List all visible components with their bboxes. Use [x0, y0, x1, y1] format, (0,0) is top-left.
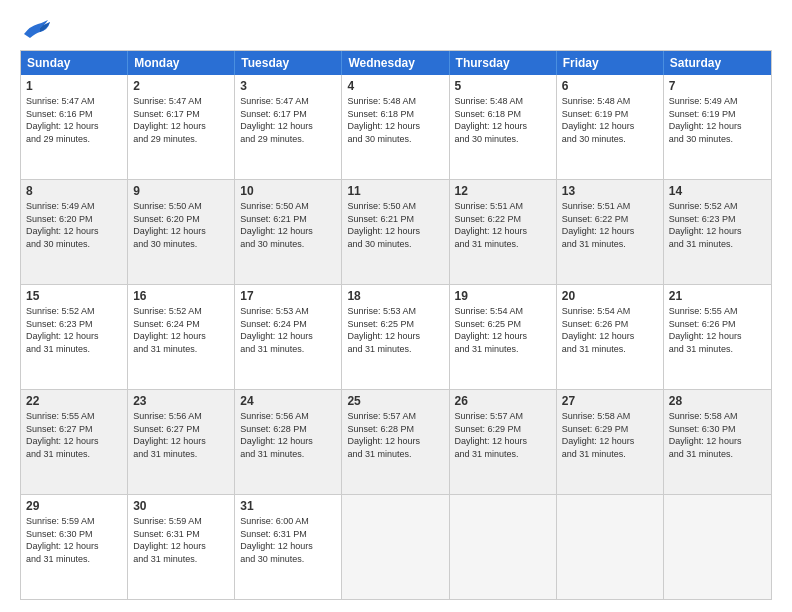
day-info: Sunrise: 5:55 AMSunset: 6:26 PMDaylight:…	[669, 305, 766, 355]
calendar-cell: 14Sunrise: 5:52 AMSunset: 6:23 PMDayligh…	[664, 180, 771, 284]
calendar-body: 1Sunrise: 5:47 AMSunset: 6:16 PMDaylight…	[21, 75, 771, 599]
day-number: 25	[347, 394, 443, 408]
calendar-cell: 9Sunrise: 5:50 AMSunset: 6:20 PMDaylight…	[128, 180, 235, 284]
calendar-week-2: 15Sunrise: 5:52 AMSunset: 6:23 PMDayligh…	[21, 284, 771, 389]
day-number: 17	[240, 289, 336, 303]
calendar-cell	[557, 495, 664, 599]
day-info: Sunrise: 5:50 AMSunset: 6:21 PMDaylight:…	[240, 200, 336, 250]
calendar-cell: 5Sunrise: 5:48 AMSunset: 6:18 PMDaylight…	[450, 75, 557, 179]
calendar-cell: 25Sunrise: 5:57 AMSunset: 6:28 PMDayligh…	[342, 390, 449, 494]
calendar-cell: 11Sunrise: 5:50 AMSunset: 6:21 PMDayligh…	[342, 180, 449, 284]
day-info: Sunrise: 5:55 AMSunset: 6:27 PMDaylight:…	[26, 410, 122, 460]
calendar-cell: 31Sunrise: 6:00 AMSunset: 6:31 PMDayligh…	[235, 495, 342, 599]
logo	[20, 16, 52, 40]
calendar-cell: 26Sunrise: 5:57 AMSunset: 6:29 PMDayligh…	[450, 390, 557, 494]
calendar-cell: 21Sunrise: 5:55 AMSunset: 6:26 PMDayligh…	[664, 285, 771, 389]
day-number: 28	[669, 394, 766, 408]
header-day-thursday: Thursday	[450, 51, 557, 75]
day-info: Sunrise: 5:48 AMSunset: 6:18 PMDaylight:…	[455, 95, 551, 145]
day-number: 2	[133, 79, 229, 93]
day-info: Sunrise: 5:54 AMSunset: 6:25 PMDaylight:…	[455, 305, 551, 355]
calendar-cell: 10Sunrise: 5:50 AMSunset: 6:21 PMDayligh…	[235, 180, 342, 284]
day-info: Sunrise: 5:58 AMSunset: 6:29 PMDaylight:…	[562, 410, 658, 460]
day-info: Sunrise: 5:47 AMSunset: 6:17 PMDaylight:…	[240, 95, 336, 145]
calendar-cell: 13Sunrise: 5:51 AMSunset: 6:22 PMDayligh…	[557, 180, 664, 284]
day-number: 23	[133, 394, 229, 408]
calendar-cell: 17Sunrise: 5:53 AMSunset: 6:24 PMDayligh…	[235, 285, 342, 389]
header-day-saturday: Saturday	[664, 51, 771, 75]
calendar-cell: 18Sunrise: 5:53 AMSunset: 6:25 PMDayligh…	[342, 285, 449, 389]
day-number: 12	[455, 184, 551, 198]
header	[20, 16, 772, 40]
header-day-tuesday: Tuesday	[235, 51, 342, 75]
day-number: 8	[26, 184, 122, 198]
day-info: Sunrise: 5:47 AMSunset: 6:17 PMDaylight:…	[133, 95, 229, 145]
calendar-week-3: 22Sunrise: 5:55 AMSunset: 6:27 PMDayligh…	[21, 389, 771, 494]
day-info: Sunrise: 5:57 AMSunset: 6:29 PMDaylight:…	[455, 410, 551, 460]
calendar-cell: 3Sunrise: 5:47 AMSunset: 6:17 PMDaylight…	[235, 75, 342, 179]
calendar-week-4: 29Sunrise: 5:59 AMSunset: 6:30 PMDayligh…	[21, 494, 771, 599]
day-number: 9	[133, 184, 229, 198]
day-number: 4	[347, 79, 443, 93]
day-info: Sunrise: 5:58 AMSunset: 6:30 PMDaylight:…	[669, 410, 766, 460]
header-day-sunday: Sunday	[21, 51, 128, 75]
day-info: Sunrise: 5:59 AMSunset: 6:30 PMDaylight:…	[26, 515, 122, 565]
day-info: Sunrise: 5:56 AMSunset: 6:28 PMDaylight:…	[240, 410, 336, 460]
calendar-week-0: 1Sunrise: 5:47 AMSunset: 6:16 PMDaylight…	[21, 75, 771, 179]
day-number: 30	[133, 499, 229, 513]
day-info: Sunrise: 5:49 AMSunset: 6:19 PMDaylight:…	[669, 95, 766, 145]
day-number: 7	[669, 79, 766, 93]
logo-bird-icon	[22, 16, 52, 40]
day-info: Sunrise: 5:48 AMSunset: 6:19 PMDaylight:…	[562, 95, 658, 145]
day-number: 16	[133, 289, 229, 303]
day-info: Sunrise: 5:50 AMSunset: 6:20 PMDaylight:…	[133, 200, 229, 250]
calendar-week-1: 8Sunrise: 5:49 AMSunset: 6:20 PMDaylight…	[21, 179, 771, 284]
day-number: 20	[562, 289, 658, 303]
day-info: Sunrise: 6:00 AMSunset: 6:31 PMDaylight:…	[240, 515, 336, 565]
header-day-monday: Monday	[128, 51, 235, 75]
day-number: 5	[455, 79, 551, 93]
header-day-wednesday: Wednesday	[342, 51, 449, 75]
day-number: 24	[240, 394, 336, 408]
day-info: Sunrise: 5:51 AMSunset: 6:22 PMDaylight:…	[455, 200, 551, 250]
day-number: 29	[26, 499, 122, 513]
day-number: 22	[26, 394, 122, 408]
calendar-cell	[342, 495, 449, 599]
day-number: 11	[347, 184, 443, 198]
day-number: 1	[26, 79, 122, 93]
day-number: 6	[562, 79, 658, 93]
calendar-cell: 20Sunrise: 5:54 AMSunset: 6:26 PMDayligh…	[557, 285, 664, 389]
day-number: 18	[347, 289, 443, 303]
day-info: Sunrise: 5:56 AMSunset: 6:27 PMDaylight:…	[133, 410, 229, 460]
calendar-cell: 30Sunrise: 5:59 AMSunset: 6:31 PMDayligh…	[128, 495, 235, 599]
day-info: Sunrise: 5:52 AMSunset: 6:23 PMDaylight:…	[26, 305, 122, 355]
day-number: 13	[562, 184, 658, 198]
calendar-cell: 8Sunrise: 5:49 AMSunset: 6:20 PMDaylight…	[21, 180, 128, 284]
day-number: 21	[669, 289, 766, 303]
calendar-cell: 22Sunrise: 5:55 AMSunset: 6:27 PMDayligh…	[21, 390, 128, 494]
header-day-friday: Friday	[557, 51, 664, 75]
day-number: 3	[240, 79, 336, 93]
calendar-cell: 29Sunrise: 5:59 AMSunset: 6:30 PMDayligh…	[21, 495, 128, 599]
day-info: Sunrise: 5:49 AMSunset: 6:20 PMDaylight:…	[26, 200, 122, 250]
day-number: 26	[455, 394, 551, 408]
calendar-cell: 2Sunrise: 5:47 AMSunset: 6:17 PMDaylight…	[128, 75, 235, 179]
calendar-cell: 23Sunrise: 5:56 AMSunset: 6:27 PMDayligh…	[128, 390, 235, 494]
day-info: Sunrise: 5:53 AMSunset: 6:25 PMDaylight:…	[347, 305, 443, 355]
calendar-cell	[450, 495, 557, 599]
calendar-cell: 15Sunrise: 5:52 AMSunset: 6:23 PMDayligh…	[21, 285, 128, 389]
day-number: 31	[240, 499, 336, 513]
day-number: 27	[562, 394, 658, 408]
calendar-cell: 16Sunrise: 5:52 AMSunset: 6:24 PMDayligh…	[128, 285, 235, 389]
day-number: 14	[669, 184, 766, 198]
day-info: Sunrise: 5:52 AMSunset: 6:23 PMDaylight:…	[669, 200, 766, 250]
calendar-cell: 12Sunrise: 5:51 AMSunset: 6:22 PMDayligh…	[450, 180, 557, 284]
calendar-cell: 4Sunrise: 5:48 AMSunset: 6:18 PMDaylight…	[342, 75, 449, 179]
day-info: Sunrise: 5:52 AMSunset: 6:24 PMDaylight:…	[133, 305, 229, 355]
day-info: Sunrise: 5:54 AMSunset: 6:26 PMDaylight:…	[562, 305, 658, 355]
calendar-cell: 6Sunrise: 5:48 AMSunset: 6:19 PMDaylight…	[557, 75, 664, 179]
day-info: Sunrise: 5:53 AMSunset: 6:24 PMDaylight:…	[240, 305, 336, 355]
calendar-cell: 7Sunrise: 5:49 AMSunset: 6:19 PMDaylight…	[664, 75, 771, 179]
calendar-cell	[664, 495, 771, 599]
calendar: SundayMondayTuesdayWednesdayThursdayFrid…	[20, 50, 772, 600]
